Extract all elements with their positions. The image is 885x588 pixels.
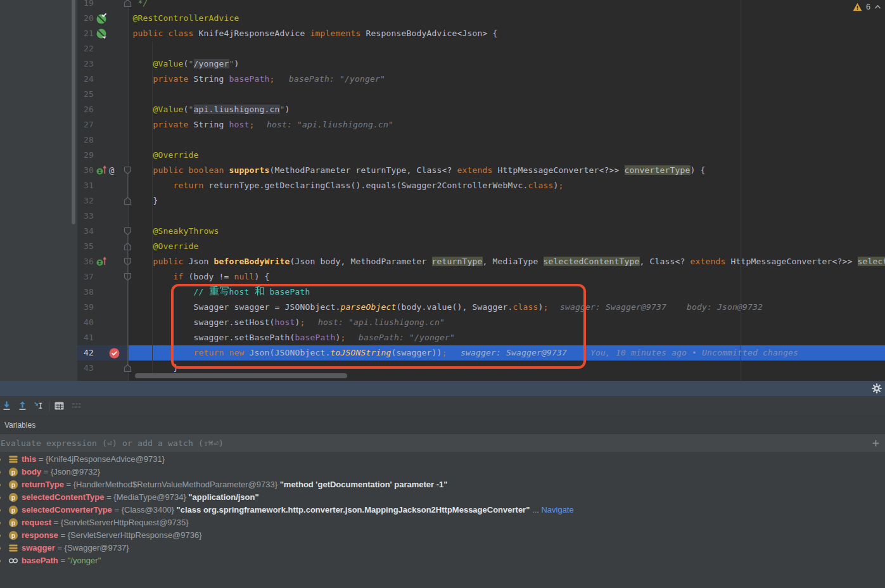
expand-chevron-icon[interactable]: ❯ xyxy=(0,542,2,554)
line-number[interactable]: 23 xyxy=(77,56,94,72)
add-watch-plus-icon[interactable] xyxy=(871,438,881,448)
code-line-37[interactable]: 37 if (body != null) { xyxy=(0,269,885,284)
code-line-35[interactable]: 35 @Override xyxy=(0,239,885,254)
variable-row-basePath[interactable]: ❯basePath = "/yonger" xyxy=(0,554,885,567)
variables-tab[interactable]: Variables xyxy=(0,416,885,433)
expand-chevron-icon[interactable]: ❯ xyxy=(0,454,2,465)
parameter-icon[interactable]: p xyxy=(8,530,18,540)
line-number[interactable]: 42 xyxy=(77,345,94,361)
variable-row-body[interactable]: ❯pbody = {Json@9732} xyxy=(0,466,885,478)
expand-chevron-icon[interactable]: ❯ xyxy=(0,492,2,503)
line-number[interactable]: 30 xyxy=(77,163,94,178)
line-number[interactable]: 27 xyxy=(77,117,94,132)
spring-bean-icon[interactable] xyxy=(96,13,107,24)
download-icon[interactable] xyxy=(1,400,12,411)
parameter-icon[interactable]: p xyxy=(8,518,18,528)
fold-marker-end[interactable] xyxy=(124,0,132,8)
fold-marker-end[interactable] xyxy=(124,196,132,205)
filter-lines-icon[interactable] xyxy=(71,400,82,411)
line-number[interactable]: 38 xyxy=(77,284,94,300)
gutter-icon-holder[interactable]: @ xyxy=(109,163,114,178)
variable-row-this[interactable]: ❯this = {Knife4jResponseAdvice@9731} xyxy=(0,453,885,466)
code-line-36[interactable]: 36 public Json beforeBodyWrite(Json body… xyxy=(0,254,885,269)
fold-marker-start[interactable] xyxy=(124,166,132,175)
variable-row-selectedContentType[interactable]: ❯pselectedContentType = {MediaType@9734}… xyxy=(0,491,885,504)
code-editor[interactable]: 19 */20@RestControllerAdvice21public cla… xyxy=(0,0,885,381)
code-line-32[interactable]: 32 } xyxy=(0,193,885,208)
parameter-icon[interactable]: p xyxy=(8,467,18,477)
line-number[interactable]: 35 xyxy=(77,239,94,254)
line-number[interactable]: 24 xyxy=(77,72,94,87)
variable-row-swagger[interactable]: ❯swagger = {Swagger@9737} xyxy=(0,542,885,554)
spring-bean-nav-icon[interactable] xyxy=(96,29,107,39)
code-line-31[interactable]: 31 return returnType.getDeclaringClass()… xyxy=(0,178,885,193)
fold-marker-end[interactable] xyxy=(124,364,132,373)
line-number[interactable]: 37 xyxy=(77,269,94,284)
code-line-27[interactable]: 27 private String host;host: "api.liushi… xyxy=(0,117,885,132)
line-number[interactable]: 40 xyxy=(77,315,94,330)
line-number[interactable]: 19 xyxy=(77,0,94,11)
gutter-icon-holder[interactable] xyxy=(96,26,107,41)
line-number[interactable]: 29 xyxy=(77,148,94,163)
parameter-icon[interactable]: p xyxy=(8,505,18,515)
overrides-method-icon[interactable] xyxy=(96,256,108,267)
expand-chevron-icon[interactable]: ❯ xyxy=(0,517,2,528)
code-line-21[interactable]: 21public class Knife4jResponseAdvice imp… xyxy=(0,26,885,41)
expand-chevron-icon[interactable]: ❯ xyxy=(0,530,2,541)
horizontal-scrollbar-thumb[interactable] xyxy=(135,373,347,378)
gutter-icon-holder[interactable] xyxy=(96,11,107,26)
chevron-up-icon[interactable] xyxy=(874,4,881,10)
code-line-28[interactable]: 28 xyxy=(0,132,885,148)
line-number[interactable]: 20 xyxy=(77,11,94,26)
line-number[interactable]: 21 xyxy=(77,26,94,41)
expand-chevron-icon[interactable]: ❯ xyxy=(0,466,2,478)
line-number[interactable]: 43 xyxy=(77,361,94,376)
overrides-method-icon[interactable] xyxy=(96,165,108,176)
line-number[interactable]: 32 xyxy=(77,193,94,208)
breakpoint-icon[interactable] xyxy=(109,348,120,359)
value-icon[interactable] xyxy=(8,454,18,464)
field-icon[interactable] xyxy=(8,556,18,566)
variable-row-response[interactable]: ❯presponse = {ServletServerHttpResponse@… xyxy=(0,529,885,542)
code-line-19[interactable]: 19 */ xyxy=(0,0,885,11)
expand-chevron-icon[interactable]: ❯ xyxy=(0,479,2,490)
line-number[interactable]: 25 xyxy=(77,87,94,102)
code-line-25[interactable]: 25 xyxy=(0,87,885,102)
gutter-icon-holder[interactable] xyxy=(109,345,120,361)
evaluate-expression-field[interactable]: Evaluate expression (⏎) or add a watch (… xyxy=(0,433,885,452)
line-number[interactable]: 31 xyxy=(77,178,94,193)
line-number[interactable]: 36 xyxy=(77,254,94,269)
code-line-20[interactable]: 20@RestControllerAdvice xyxy=(0,11,885,26)
gutter-icon-holder[interactable] xyxy=(96,163,108,178)
code-line-26[interactable]: 26 @Value("api.liushigong.cn") xyxy=(0,102,885,117)
line-number[interactable]: 41 xyxy=(77,330,94,345)
navigate-link[interactable]: Navigate xyxy=(541,505,573,514)
expand-chevron-icon[interactable]: ❯ xyxy=(0,555,2,566)
code-line-22[interactable]: 22 xyxy=(0,41,885,56)
fold-marker-start[interactable] xyxy=(124,227,132,236)
variable-row-selectedConverterType[interactable]: ❯pselectedConverterType = {Class@3400} "… xyxy=(0,504,885,516)
code-line-33[interactable]: 33 xyxy=(0,208,885,224)
line-number[interactable]: 39 xyxy=(77,300,94,315)
parameter-icon[interactable]: p xyxy=(8,480,18,490)
expand-chevron-icon[interactable]: ❯ xyxy=(0,504,2,516)
code-line-30[interactable]: 30@ public boolean supports(MethodParame… xyxy=(0,163,885,178)
variable-row-request[interactable]: ❯prequest = {ServletServerHttpRequest@97… xyxy=(0,516,885,529)
code-line-24[interactable]: 24 private String basePath;basePath: "/y… xyxy=(0,72,885,87)
upload-icon[interactable] xyxy=(17,400,28,411)
code-line-23[interactable]: 23 @Value("/yonger") xyxy=(0,56,885,72)
variable-row-returnType[interactable]: ❯preturnType = {HandlerMethod$ReturnValu… xyxy=(0,478,885,491)
parameter-icon[interactable]: p xyxy=(8,492,18,502)
gutter-icon-holder[interactable] xyxy=(96,254,108,269)
table-view-icon[interactable] xyxy=(54,400,65,411)
line-number[interactable]: 34 xyxy=(77,224,94,239)
line-number[interactable]: 33 xyxy=(77,208,94,224)
line-number[interactable]: 28 xyxy=(77,132,94,148)
line-number[interactable]: 22 xyxy=(77,41,94,56)
value-icon[interactable] xyxy=(8,543,18,553)
line-number[interactable]: 26 xyxy=(77,102,94,117)
variables-list[interactable]: ❯this = {Knife4jResponseAdvice@9731}❯pbo… xyxy=(0,452,885,588)
inspection-widget[interactable]: 6 xyxy=(853,1,881,12)
settings-gear-icon[interactable] xyxy=(872,383,882,393)
step-cursor-icon[interactable] xyxy=(33,400,44,411)
